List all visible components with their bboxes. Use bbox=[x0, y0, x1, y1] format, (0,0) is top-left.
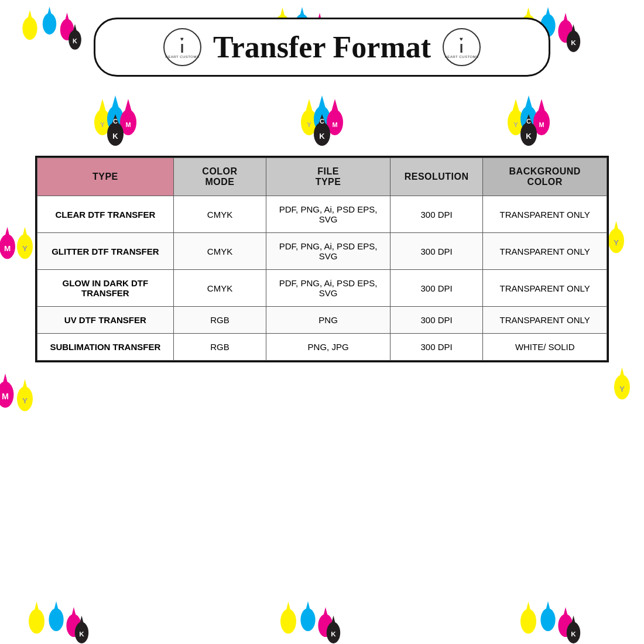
svg-text:Y: Y bbox=[514, 121, 519, 128]
svg-marker-85 bbox=[303, 99, 315, 120]
cmyk-drops-1: K Y C M bbox=[86, 88, 145, 147]
logo-right: ♥ i HEART CUSTOMS bbox=[443, 28, 481, 66]
svg-text:M: M bbox=[332, 121, 337, 128]
svg-point-54 bbox=[280, 609, 296, 633]
svg-text:C: C bbox=[526, 118, 531, 125]
svg-text:M: M bbox=[539, 121, 544, 128]
svg-text:Y: Y bbox=[100, 121, 105, 128]
logo-letter-left: i bbox=[180, 42, 184, 55]
svg-marker-55 bbox=[284, 602, 293, 619]
svg-text:K: K bbox=[79, 630, 84, 638]
svg-marker-52 bbox=[78, 616, 85, 631]
cmyk-drops-2: K Y C M bbox=[293, 88, 351, 147]
svg-text:K: K bbox=[331, 630, 336, 638]
logo-subtext-left: HEART CUSTOMS bbox=[165, 55, 199, 59]
cell-file-type: PNG, JPG bbox=[266, 334, 390, 361]
svg-marker-89 bbox=[329, 99, 341, 120]
table-row: SUBLIMATION TRANSFERRGBPNG, JPG300 DPIWH… bbox=[37, 334, 607, 361]
table-row: CLEAR DTF TRANSFERCMYKPDF, PNG, Ai, PSD … bbox=[37, 196, 607, 233]
cell-bg-color: TRANSPARENT ONLY bbox=[483, 233, 607, 270]
svg-point-45 bbox=[29, 609, 44, 633]
col-header-bg-color: BACKGROUNDCOLOR bbox=[483, 158, 607, 196]
cell-bg-color: TRANSPARENT ONLY bbox=[483, 270, 607, 307]
cell-type: GLOW IN DARK DTF TRANSFER bbox=[37, 270, 174, 307]
transfer-format-table: TYPE COLORMODE FILETYPE RESOLUTION BACKG… bbox=[35, 156, 609, 362]
cell-color-mode: RGB bbox=[173, 307, 266, 334]
cell-bg-color: TRANSPARENT ONLY bbox=[483, 307, 607, 334]
svg-text:Y: Y bbox=[619, 385, 625, 393]
col-header-file-type: FILETYPE bbox=[266, 158, 390, 196]
logo-letter-right: i bbox=[460, 42, 464, 55]
title-banner: ♥ i HEART CUSTOMS Transfer Format ♥ i HE… bbox=[94, 18, 550, 77]
svg-text:M: M bbox=[2, 392, 9, 401]
svg-text:M: M bbox=[125, 121, 131, 128]
cell-resolution: 300 DPI bbox=[390, 270, 483, 307]
svg-point-69 bbox=[567, 622, 580, 643]
table-row: GLOW IN DARK DTF TRANSFERCMYKPDF, PNG, A… bbox=[37, 270, 607, 307]
svg-marker-59 bbox=[321, 607, 330, 624]
svg-marker-99 bbox=[523, 95, 535, 117]
svg-marker-73 bbox=[97, 99, 108, 120]
logo-subtext-right: HEART CUSTOMS bbox=[444, 55, 478, 59]
cell-color-mode: CMYK bbox=[173, 270, 266, 307]
svg-marker-97 bbox=[510, 99, 522, 120]
svg-marker-50 bbox=[70, 607, 78, 624]
svg-point-51 bbox=[75, 622, 88, 643]
cmyk-drops-row: K Y C M K Y C M bbox=[12, 88, 632, 147]
svg-point-58 bbox=[318, 614, 333, 637]
svg-marker-66 bbox=[544, 601, 552, 618]
svg-point-63 bbox=[520, 609, 536, 633]
svg-marker-48 bbox=[52, 601, 60, 618]
svg-marker-101 bbox=[536, 99, 547, 120]
svg-point-47 bbox=[49, 608, 63, 631]
svg-marker-61 bbox=[330, 616, 337, 631]
svg-point-56 bbox=[300, 608, 315, 631]
svg-point-67 bbox=[558, 614, 573, 637]
svg-text:K: K bbox=[319, 132, 325, 141]
svg-text:C: C bbox=[320, 118, 324, 125]
cell-resolution: 300 DPI bbox=[390, 334, 483, 361]
cell-file-type: PDF, PNG, Ai, PSD EPS, SVG bbox=[266, 196, 390, 233]
cell-file-type: PNG bbox=[266, 307, 390, 334]
svg-marker-40 bbox=[20, 379, 29, 397]
cell-file-type: PDF, PNG, Ai, PSD EPS, SVG bbox=[266, 233, 390, 270]
svg-marker-70 bbox=[570, 616, 577, 631]
svg-marker-77 bbox=[122, 99, 134, 120]
svg-point-65 bbox=[540, 608, 555, 631]
cell-type: CLEAR DTF TRANSFER bbox=[37, 196, 174, 233]
cell-type: UV DTF TRANSFER bbox=[37, 307, 174, 334]
cell-file-type: PDF, PNG, Ai, PSD EPS, SVG bbox=[266, 270, 390, 307]
svg-marker-46 bbox=[32, 602, 41, 619]
svg-text:Y: Y bbox=[307, 121, 311, 128]
cell-bg-color: TRANSPARENT ONLY bbox=[483, 196, 607, 233]
cell-type: SUBLIMATION TRANSFER bbox=[37, 334, 174, 361]
cell-resolution: 300 DPI bbox=[390, 307, 483, 334]
cell-resolution: 300 DPI bbox=[390, 233, 483, 270]
cmyk-drops-3: K Y C M bbox=[499, 88, 558, 147]
svg-marker-64 bbox=[524, 602, 533, 619]
svg-text:Y: Y bbox=[22, 396, 28, 405]
svg-marker-75 bbox=[109, 95, 121, 117]
cell-color-mode: RGB bbox=[173, 334, 266, 361]
svg-point-39 bbox=[17, 386, 33, 411]
svg-point-36 bbox=[0, 382, 13, 408]
svg-text:C: C bbox=[113, 118, 118, 125]
svg-point-60 bbox=[327, 622, 340, 643]
svg-point-42 bbox=[614, 375, 630, 399]
col-header-type: TYPE bbox=[37, 158, 174, 196]
svg-marker-57 bbox=[304, 601, 312, 618]
cell-bg-color: WHITE/ SOLID bbox=[483, 334, 607, 361]
cell-color-mode: CMYK bbox=[173, 196, 266, 233]
svg-point-49 bbox=[66, 614, 81, 637]
table-row: GLITTER DTF TRANSFERCMYKPDF, PNG, Ai, PS… bbox=[37, 233, 607, 270]
col-header-resolution: RESOLUTION bbox=[390, 158, 483, 196]
logo-left: ♥ i HEART CUSTOMS bbox=[163, 28, 201, 66]
cell-color-mode: CMYK bbox=[173, 233, 266, 270]
svg-marker-37 bbox=[1, 374, 10, 392]
col-header-color-mode: COLORMODE bbox=[173, 158, 266, 196]
page-title: Transfer Format bbox=[213, 30, 431, 64]
svg-text:K: K bbox=[526, 132, 532, 141]
svg-marker-87 bbox=[316, 95, 328, 117]
svg-marker-68 bbox=[561, 607, 570, 624]
table-row: UV DTF TRANSFERRGBPNG300 DPITRANSPARENT … bbox=[37, 307, 607, 334]
